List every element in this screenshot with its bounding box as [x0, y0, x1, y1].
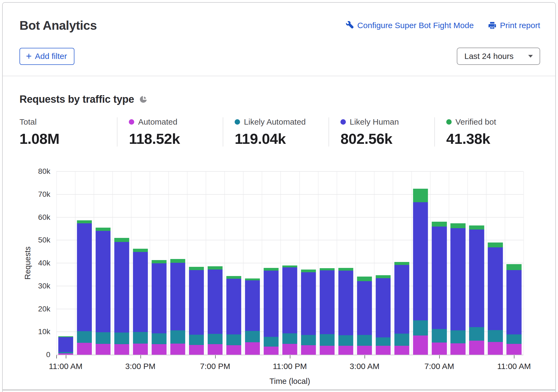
- stacked-bar[interactable]: [488, 242, 503, 355]
- stacked-bar[interactable]: [96, 228, 110, 355]
- stacked-bar[interactable]: [114, 238, 129, 355]
- bar-segment-automated[interactable]: [264, 347, 278, 355]
- bar-segment-verified-bot[interactable]: [170, 259, 185, 263]
- bar-segment-verified-bot[interactable]: [357, 277, 372, 281]
- bar-segment-verified-bot[interactable]: [320, 268, 334, 270]
- bar-segment-likely-human[interactable]: [282, 267, 297, 333]
- bar-segment-likely-automated[interactable]: [77, 331, 92, 343]
- bar-segment-automated[interactable]: [432, 343, 447, 355]
- bar-segment-automated[interactable]: [413, 335, 428, 355]
- bar-segment-automated[interactable]: [170, 344, 185, 355]
- bar-segment-likely-human[interactable]: [301, 272, 316, 335]
- bar-segment-likely-automated[interactable]: [376, 337, 391, 346]
- bar-segment-verified-bot[interactable]: [152, 260, 166, 263]
- print-report-link[interactable]: Print report: [488, 21, 540, 30]
- bar-segment-verified-bot[interactable]: [469, 225, 484, 230]
- bar-segment-verified-bot[interactable]: [282, 265, 297, 267]
- stacked-bar[interactable]: [469, 225, 484, 355]
- bar-segment-likely-automated[interactable]: [245, 331, 260, 342]
- bar-segment-verified-bot[interactable]: [301, 270, 316, 272]
- bar-segment-automated[interactable]: [469, 341, 484, 355]
- bar-segment-verified-bot[interactable]: [413, 189, 428, 202]
- bar-segment-likely-human[interactable]: [320, 270, 334, 334]
- bar-segment-automated[interactable]: [245, 342, 260, 355]
- stacked-bar[interactable]: [357, 277, 372, 355]
- bar-segment-automated[interactable]: [320, 346, 334, 355]
- stacked-bar[interactable]: [245, 278, 260, 355]
- bar-segment-likely-automated[interactable]: [301, 335, 316, 345]
- bar-segment-verified-bot[interactable]: [189, 267, 204, 270]
- bar-segment-verified-bot[interactable]: [507, 264, 521, 270]
- bar-segment-likely-automated[interactable]: [152, 333, 166, 344]
- bar-segment-verified-bot[interactable]: [114, 238, 129, 242]
- bar-segment-likely-human[interactable]: [170, 263, 185, 330]
- bar-segment-likely-human[interactable]: [264, 271, 278, 337]
- stacked-bar[interactable]: [264, 268, 278, 355]
- bar-segment-verified-bot[interactable]: [208, 266, 222, 270]
- stacked-bar[interactable]: [301, 270, 316, 355]
- bar-segment-likely-human[interactable]: [58, 337, 73, 352]
- bar-segment-automated[interactable]: [507, 344, 521, 355]
- bar-segment-likely-human[interactable]: [77, 223, 92, 331]
- bar-segment-likely-human[interactable]: [488, 247, 503, 330]
- stacked-bar[interactable]: [152, 260, 166, 355]
- bar-segment-automated[interactable]: [114, 344, 129, 355]
- bar-segment-likely-human[interactable]: [469, 230, 484, 327]
- bar-segment-automated[interactable]: [339, 346, 353, 355]
- bar-segment-automated[interactable]: [189, 345, 204, 355]
- bar-segment-automated[interactable]: [376, 346, 391, 355]
- bar-segment-likely-automated[interactable]: [432, 329, 447, 343]
- bar-segment-verified-bot[interactable]: [395, 262, 409, 265]
- bar-segment-likely-automated[interactable]: [264, 337, 278, 347]
- bar-segment-likely-automated[interactable]: [357, 335, 372, 346]
- stacked-bar[interactable]: [77, 220, 92, 355]
- stacked-bar[interactable]: [133, 249, 148, 355]
- time-range-select[interactable]: Last 24 hours: [457, 48, 540, 65]
- bar-segment-automated[interactable]: [395, 346, 409, 355]
- bar-segment-likely-automated[interactable]: [451, 330, 465, 343]
- bar-segment-likely-human[interactable]: [357, 281, 372, 335]
- bar-segment-likely-automated[interactable]: [488, 330, 503, 342]
- bar-segment-automated[interactable]: [58, 353, 73, 355]
- bar-segment-verified-bot[interactable]: [245, 278, 260, 281]
- stacked-bar[interactable]: [432, 222, 447, 355]
- bar-segment-automated[interactable]: [208, 344, 222, 355]
- stacked-bar[interactable]: [395, 262, 409, 355]
- bar-segment-likely-human[interactable]: [208, 270, 222, 334]
- bar-segment-verified-bot[interactable]: [96, 228, 110, 231]
- stacked-bar[interactable]: [451, 223, 465, 355]
- bar-segment-automated[interactable]: [357, 346, 372, 355]
- bar-segment-likely-human[interactable]: [451, 228, 465, 330]
- bar-segment-likely-automated[interactable]: [507, 334, 521, 344]
- bar-segment-likely-human[interactable]: [152, 263, 166, 333]
- stacked-bar[interactable]: [320, 268, 334, 355]
- bar-segment-likely-automated[interactable]: [413, 320, 428, 335]
- bar-segment-likely-automated[interactable]: [395, 334, 409, 346]
- bar-segment-likely-automated[interactable]: [170, 330, 185, 344]
- bar-segment-likely-human[interactable]: [413, 202, 428, 320]
- bar-segment-likely-automated[interactable]: [320, 334, 334, 346]
- bar-segment-likely-automated[interactable]: [96, 332, 110, 344]
- bar-segment-likely-human[interactable]: [376, 278, 391, 337]
- bar-segment-likely-automated[interactable]: [208, 334, 222, 344]
- stacked-bar[interactable]: [58, 336, 73, 355]
- stacked-bar[interactable]: [170, 259, 185, 355]
- bar-segment-verified-bot[interactable]: [451, 223, 465, 228]
- bar-segment-likely-automated[interactable]: [469, 327, 484, 341]
- bar-segment-automated[interactable]: [96, 344, 110, 355]
- bar-segment-likely-automated[interactable]: [133, 332, 148, 344]
- bar-segment-verified-bot[interactable]: [339, 268, 353, 271]
- stacked-bar[interactable]: [376, 275, 391, 355]
- bar-segment-automated[interactable]: [282, 344, 297, 355]
- bar-segment-verified-bot[interactable]: [77, 220, 92, 223]
- bar-segment-likely-human[interactable]: [245, 280, 260, 331]
- bar-segment-likely-automated[interactable]: [226, 334, 241, 345]
- bar-segment-likely-human[interactable]: [189, 270, 204, 335]
- bar-segment-likely-human[interactable]: [339, 271, 353, 335]
- bar-segment-likely-human[interactable]: [395, 265, 409, 334]
- bar-segment-verified-bot[interactable]: [432, 222, 447, 227]
- bar-segment-automated[interactable]: [77, 343, 92, 355]
- stacked-bar[interactable]: [413, 189, 428, 355]
- bar-segment-likely-automated[interactable]: [282, 333, 297, 344]
- bar-segment-likely-human[interactable]: [133, 252, 148, 332]
